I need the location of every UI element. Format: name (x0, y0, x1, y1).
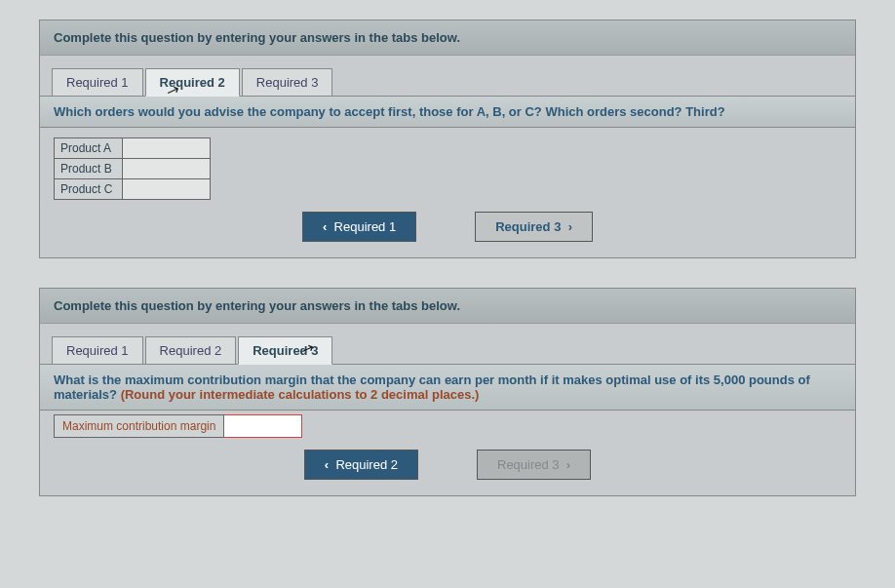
tab-required-2[interactable]: Required 2 (145, 336, 237, 365)
tab-required-1[interactable]: Required 1 (52, 68, 143, 97)
next-button-label: Required 3 (497, 457, 560, 472)
row-label-product-b: Product B (55, 159, 123, 179)
next-button[interactable]: Required 3 › (475, 212, 593, 242)
answer-grid: Product A Product B Product C (54, 137, 841, 200)
next-button-label: Required 3 (495, 219, 561, 234)
row-label-product-a: Product A (55, 138, 123, 159)
instruction-text: Complete this question by entering your … (40, 20, 855, 56)
row-input-product-c[interactable] (123, 179, 211, 200)
prev-button[interactable]: ‹ Required 1 (302, 212, 416, 242)
answer-grid: Maximum contribution margin (54, 414, 841, 438)
question-block-1: Complete this question by entering your … (39, 20, 856, 258)
table-row: Product B (55, 159, 211, 179)
nav-row: ‹ Required 2 Required 3 › (40, 450, 855, 480)
row-input-product-a[interactable] (123, 138, 211, 159)
prev-button-label: Required 1 (334, 219, 397, 234)
question-block-2: Complete this question by entering your … (39, 288, 856, 496)
prev-button[interactable]: ‹ Required 2 (304, 450, 418, 480)
row-input-max-margin[interactable] (224, 415, 302, 438)
question-prompt: Which orders would you advise the compan… (40, 96, 855, 128)
instruction-text: Complete this question by entering your … (40, 289, 855, 324)
tab-required-2[interactable]: Required 2 (145, 68, 240, 97)
tab-required-1[interactable]: Required 1 (52, 336, 143, 365)
row-input-product-b[interactable] (123, 159, 211, 179)
chevron-left-icon: ‹ (323, 219, 327, 234)
table-row: Maximum contribution margin (55, 415, 302, 438)
tabs-row: Required 1 Required 2 Required 3 ↖ (52, 335, 855, 364)
row-label-product-c: Product C (55, 179, 123, 200)
table-row: Product C (55, 179, 211, 200)
nav-row: ‹ Required 1 Required 3 › (40, 212, 855, 242)
table-row: Product A (55, 138, 211, 159)
chevron-right-icon: › (566, 457, 570, 472)
prev-button-label: Required 2 (335, 457, 398, 472)
chevron-left-icon: ‹ (325, 457, 329, 472)
tab-required-3[interactable]: Required 3 (238, 336, 332, 365)
tabs-row: Required 1 Required 2 Required 3 ↖ (52, 67, 855, 96)
row-label-max-margin: Maximum contribution margin (55, 415, 224, 438)
chevron-right-icon: › (568, 219, 572, 234)
question-prompt: What is the maximum contribution margin … (40, 364, 855, 411)
next-button-disabled: Required 3 › (477, 450, 591, 480)
tab-required-3[interactable]: Required 3 (242, 68, 333, 97)
question-hint-text: (Round your intermediate calculations to… (121, 387, 480, 402)
